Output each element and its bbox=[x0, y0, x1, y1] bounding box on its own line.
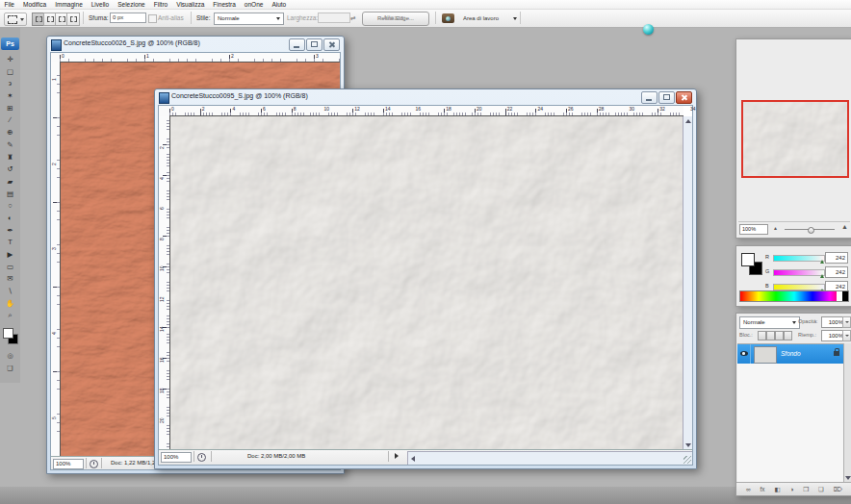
foreground-color-swatch[interactable] bbox=[3, 328, 13, 339]
history-brush-tool[interactable]: ↺ bbox=[0, 164, 20, 176]
window2-titlebar[interactable]: ConcreteStucco0095_S.jpg @ 100% (RGB/8) bbox=[155, 89, 696, 105]
lock-pixels-icon[interactable] bbox=[766, 331, 775, 340]
channel-slider-g[interactable] bbox=[773, 269, 825, 276]
close-button[interactable] bbox=[676, 91, 692, 104]
resize-grip[interactable] bbox=[683, 456, 691, 464]
tool-preset-picker[interactable] bbox=[4, 13, 27, 26]
link-layers-icon[interactable]: ∞ bbox=[746, 484, 751, 495]
intersect-selection-button[interactable] bbox=[66, 13, 80, 26]
menu-modifica[interactable]: Modifica bbox=[18, 1, 50, 8]
canvas-gray-texture[interactable] bbox=[170, 116, 683, 450]
navigator-zoom-field[interactable]: 100% bbox=[739, 224, 768, 235]
black-swatch[interactable] bbox=[842, 291, 848, 301]
lasso-tool[interactable]: ϶ bbox=[0, 78, 20, 90]
swap-dimensions-icon[interactable]: ⇄ bbox=[350, 14, 355, 22]
menu-finestra[interactable]: Finestra bbox=[209, 1, 240, 8]
magic-wand-tool[interactable]: ✶ bbox=[0, 90, 20, 103]
quick-mask-button[interactable]: ◎ bbox=[0, 352, 20, 360]
layer-style-icon[interactable]: fx bbox=[760, 484, 764, 495]
hand-tool[interactable]: ✋ bbox=[0, 298, 20, 311]
close-button[interactable] bbox=[323, 38, 340, 51]
channel-value-g[interactable]: 242 bbox=[825, 266, 848, 278]
move-tool[interactable]: ✛ bbox=[0, 54, 20, 66]
layers-scrollbar[interactable] bbox=[843, 343, 851, 482]
scroll-up-icon[interactable] bbox=[685, 119, 691, 123]
navigator-zoom-slider[interactable] bbox=[785, 229, 835, 230]
status-popup-icon[interactable] bbox=[395, 453, 399, 459]
window1-titlebar[interactable]: ConcreteStucco0026_S.jpg @ 100% (RGB/8) bbox=[47, 37, 344, 52]
style-dropdown[interactable]: Normale bbox=[214, 13, 284, 25]
menu-livello[interactable]: Livello bbox=[87, 1, 113, 8]
channel-slider-b[interactable] bbox=[773, 284, 825, 290]
document-window-2[interactable]: ConcreteStucco0095_S.jpg @ 100% (RGB/8) … bbox=[154, 88, 697, 469]
slider-pointer-icon[interactable] bbox=[820, 260, 824, 264]
minimize-button[interactable] bbox=[289, 38, 305, 51]
eye-icon[interactable] bbox=[740, 351, 748, 356]
gradient-tool[interactable]: ▤ bbox=[0, 189, 20, 201]
menu-onone[interactable]: onOne bbox=[240, 1, 268, 8]
crop-tool[interactable]: ⊞ bbox=[0, 103, 20, 115]
brush-tool[interactable]: ✎ bbox=[0, 139, 20, 152]
slider-knob[interactable] bbox=[808, 227, 814, 234]
vertical-scrollbar[interactable] bbox=[683, 116, 692, 450]
zoom-in-mountain-icon[interactable]: ▲ bbox=[841, 223, 848, 230]
type-tool[interactable]: T bbox=[0, 237, 20, 249]
antialias-checkbox[interactable] bbox=[148, 14, 157, 23]
maximize-button[interactable] bbox=[658, 91, 675, 104]
floating-sphere-icon[interactable] bbox=[643, 24, 654, 35]
channel-value-r[interactable]: 242 bbox=[825, 252, 848, 264]
menu-aiuto[interactable]: Aiuto bbox=[268, 1, 291, 8]
menu-file[interactable]: File bbox=[0, 1, 18, 8]
notes-tool[interactable]: ✉ bbox=[0, 273, 20, 286]
lock-position-icon[interactable] bbox=[775, 331, 784, 340]
opacity-spinner[interactable] bbox=[842, 316, 851, 328]
delete-layer-icon[interactable]: ⌦ bbox=[834, 484, 842, 495]
fill-spinner[interactable] bbox=[842, 330, 851, 341]
scroll-left-icon[interactable] bbox=[411, 456, 415, 462]
menu-filtro[interactable]: Filtro bbox=[149, 1, 171, 8]
blur-tool[interactable]: ○ bbox=[0, 200, 20, 213]
layer-row-background[interactable]: Sfondo bbox=[737, 344, 844, 364]
scroll-down-icon[interactable] bbox=[845, 476, 851, 480]
slice-tool[interactable]: ∕ bbox=[0, 114, 20, 127]
new-layer-icon[interactable]: ❏ bbox=[818, 484, 824, 495]
new-group-icon[interactable]: ❒ bbox=[803, 484, 809, 495]
feather-input[interactable]: 0 px bbox=[110, 13, 146, 23]
dodge-tool[interactable]: ◐ bbox=[0, 213, 20, 225]
channel-slider-r[interactable] bbox=[773, 255, 825, 262]
slider-pointer-icon[interactable] bbox=[820, 274, 824, 278]
adjustment-layer-icon[interactable]: ◑ bbox=[789, 484, 793, 495]
layer-thumbnail[interactable] bbox=[754, 346, 777, 364]
shape-tool[interactable]: ▭ bbox=[0, 262, 20, 274]
pen-tool[interactable]: ✒ bbox=[0, 225, 20, 238]
blend-mode-dropdown[interactable]: Normale bbox=[739, 316, 800, 329]
horizontal-scrollbar[interactable] bbox=[407, 451, 692, 465]
maximize-button[interactable] bbox=[306, 38, 322, 51]
foreground-color-swatch[interactable] bbox=[741, 253, 755, 266]
lock-transparency-icon[interactable] bbox=[758, 331, 766, 340]
navigator-thumbnail[interactable] bbox=[741, 100, 849, 178]
layer-mask-icon[interactable]: ◧ bbox=[774, 484, 780, 495]
workspace-menu-button[interactable]: Area di lavoro bbox=[460, 13, 519, 24]
clone-stamp-tool[interactable]: ♜ bbox=[0, 152, 20, 164]
zoom-level-field[interactable]: 100% bbox=[53, 459, 84, 469]
screen-mode-button[interactable]: ❑ bbox=[0, 365, 20, 372]
path-selection-tool[interactable]: ▶ bbox=[0, 249, 20, 262]
eraser-tool[interactable]: ▰ bbox=[0, 176, 20, 189]
healing-brush-tool[interactable]: ⊕ bbox=[0, 127, 20, 139]
document-icon bbox=[51, 39, 62, 51]
eyedropper-tool[interactable]: ∖ bbox=[0, 286, 20, 298]
scroll-down-icon[interactable] bbox=[685, 443, 691, 447]
bridge-icon[interactable] bbox=[442, 13, 454, 23]
menu-visualizza[interactable]: Visualizza bbox=[172, 1, 209, 8]
menu-immagine[interactable]: Immagine bbox=[51, 1, 88, 8]
lock-all-icon[interactable] bbox=[784, 331, 792, 340]
minimize-button[interactable] bbox=[641, 91, 658, 104]
visibility-cell[interactable] bbox=[737, 344, 751, 364]
menu-selezione[interactable]: Selezione bbox=[114, 1, 150, 8]
rectangular-marquee-tool[interactable]: ▢ bbox=[0, 66, 20, 79]
zoom-out-mountain-icon[interactable]: ▲ bbox=[773, 225, 778, 231]
zoom-level-field[interactable]: 100% bbox=[161, 452, 192, 463]
zoom-tool[interactable]: ⌕ bbox=[0, 310, 20, 322]
color-spectrum-ramp[interactable] bbox=[739, 290, 849, 302]
